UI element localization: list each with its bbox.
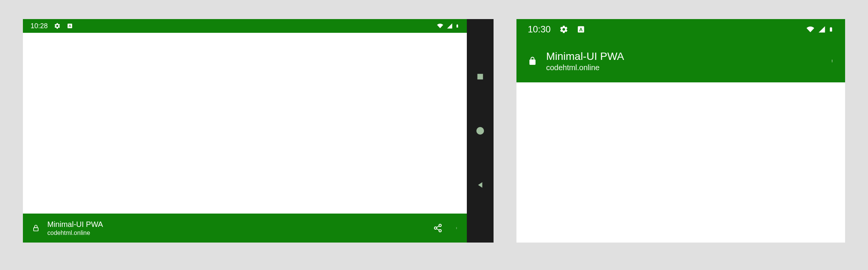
address-info: Minimal-UI PWA codehtml.online [47,220,426,236]
status-right [805,25,834,34]
battery-icon [828,25,834,34]
svg-point-15 [832,60,833,61]
svg-text:A: A [69,24,71,28]
address-actions [831,55,834,67]
gear-icon [54,22,61,29]
nav-recents-button[interactable] [476,72,485,81]
signal-icon [446,23,453,29]
battery-icon [455,22,459,29]
status-left: 10:30 A [528,24,585,35]
svg-point-9 [456,228,457,228]
status-bar: 10:28 A [23,19,467,33]
app-domain: codehtml.online [47,230,426,236]
lock-icon [528,56,537,66]
nav-back-button[interactable] [476,180,485,190]
app-badge-icon: A [577,25,585,34]
gear-icon [559,25,568,34]
wifi-icon [436,23,444,29]
status-bar: 10:30 A [516,19,845,40]
more-icon[interactable] [831,55,834,67]
wifi-icon [805,26,815,33]
share-icon[interactable] [433,223,442,233]
svg-point-12 [476,127,484,135]
svg-point-17 [832,62,833,63]
lock-icon [32,223,40,233]
address-bar: Minimal-UI PWA codehtml.online [23,214,467,243]
content-area [23,33,467,214]
app-title: Minimal-UI PWA [546,50,821,63]
signal-icon [818,26,826,33]
device-main: 10:28 A [23,19,467,243]
device-portrait: 10:30 A Minimal-UI PWA codehtm [516,19,845,243]
svg-point-16 [832,61,833,61]
address-bar: Minimal-UI PWA codehtml.online [516,40,845,82]
svg-point-5 [439,230,441,232]
status-time: 10:30 [528,24,551,35]
status-right [436,22,459,29]
svg-rect-11 [477,74,483,80]
svg-text:A: A [579,27,582,32]
svg-point-10 [456,228,457,229]
content-area [516,82,845,243]
svg-line-6 [436,226,439,228]
more-icon[interactable] [455,223,458,233]
status-time: 10:28 [31,22,48,30]
svg-line-7 [436,229,439,230]
svg-point-8 [456,227,457,228]
navigation-bar [467,19,494,243]
status-left: 10:28 A [31,22,73,30]
nav-home-button[interactable] [476,126,485,135]
svg-point-4 [434,227,437,229]
svg-point-3 [439,224,441,227]
app-domain: codehtml.online [546,63,821,72]
app-badge-icon: A [67,23,73,29]
app-title: Minimal-UI PWA [47,220,426,229]
device-landscape: 10:28 A [23,19,494,243]
svg-rect-2 [34,228,38,231]
address-info: Minimal-UI PWA codehtml.online [546,50,821,72]
address-actions [433,223,458,233]
